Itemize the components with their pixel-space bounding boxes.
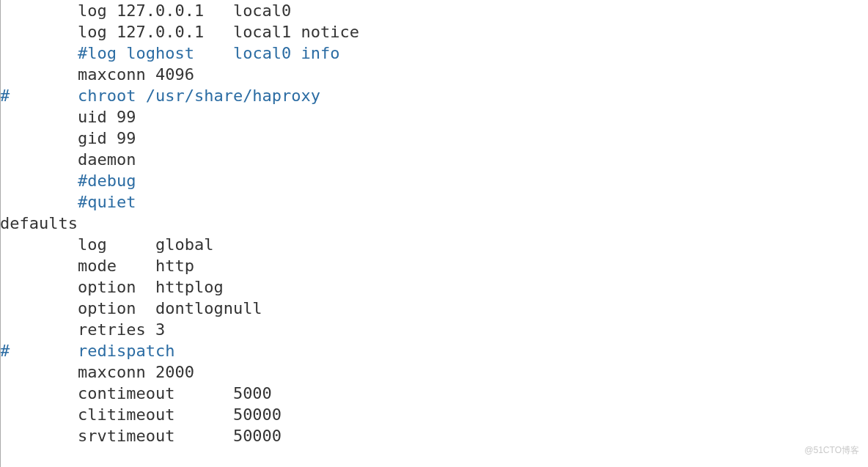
code-line: option httplog <box>0 276 868 298</box>
comment-text: #quiet <box>78 193 136 211</box>
code-line: #log loghost local0 info <box>0 43 868 64</box>
code-line: log 127.0.0.1 local1 notice <box>0 21 868 43</box>
code-line: retries 3 <box>0 319 868 340</box>
code-line: maxconn 2000 <box>0 361 868 383</box>
code-line: mode http <box>0 255 868 276</box>
comment-text: #log loghost local0 info <box>78 44 340 62</box>
code-line: #debug <box>0 170 868 191</box>
code-line: uid 99 <box>0 106 868 128</box>
code-line: #quiet <box>0 191 868 213</box>
code-line: daemon <box>0 149 868 170</box>
config-code-block: log 127.0.0.1 local0 log 127.0.0.1 local… <box>0 0 868 446</box>
code-line: gid 99 <box>0 128 868 149</box>
comment-text: # chroot /usr/share/haproxy <box>0 87 320 105</box>
code-line: log global <box>0 234 868 255</box>
code-line: contimeout 5000 <box>0 383 868 404</box>
code-line: # chroot /usr/share/haproxy <box>0 85 868 106</box>
code-line: # redispatch <box>0 340 868 361</box>
code-line: log 127.0.0.1 local0 <box>0 0 868 21</box>
comment-text: #debug <box>78 172 136 190</box>
code-line: srvtimeout 50000 <box>0 425 868 446</box>
code-line: defaults <box>0 213 868 234</box>
code-line: maxconn 4096 <box>0 64 868 85</box>
code-line: option dontlognull <box>0 298 868 319</box>
left-border <box>0 0 1 467</box>
code-line: clitimeout 50000 <box>0 404 868 425</box>
watermark: @51CTO博客 <box>804 440 859 461</box>
comment-text: # redispatch <box>0 342 174 360</box>
